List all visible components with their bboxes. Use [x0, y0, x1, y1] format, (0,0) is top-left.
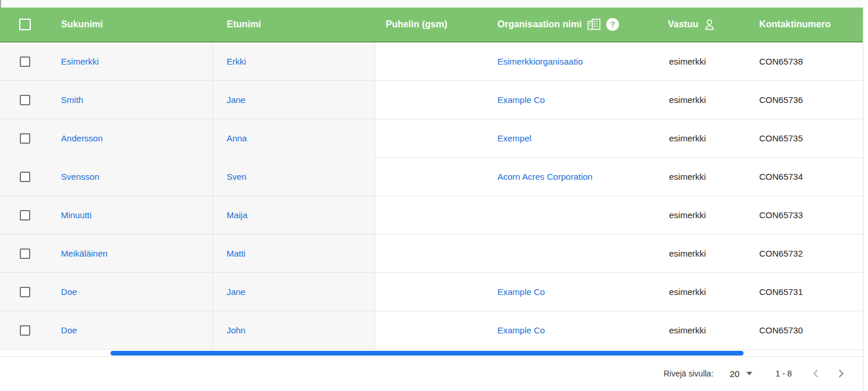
column-label: Vastuu — [668, 19, 698, 30]
cell-vastuu: esimerkki — [663, 273, 745, 311]
cell-sukunimi: Andersson — [52, 119, 214, 157]
row-checkbox-cell — [0, 119, 52, 157]
rows-per-page-select[interactable]: 20 — [730, 369, 752, 379]
row-pinned-section: Doe Jane — [0, 273, 375, 311]
organization-link[interactable]: Exempel — [497, 133, 531, 143]
column-header-kontaktinumero[interactable]: Kontaktinumero — [745, 8, 863, 41]
row-checkbox[interactable] — [20, 287, 30, 297]
organization-link[interactable]: Acorn Acres Corporation — [497, 172, 592, 182]
firstname-link[interactable]: John — [226, 325, 246, 335]
firstname-link[interactable]: Anna — [226, 133, 247, 143]
next-page-button[interactable] — [834, 367, 848, 381]
cell-kontaktinumero: CON65738 — [745, 42, 863, 80]
row-checkbox-cell — [0, 42, 52, 80]
cell-kontaktinumero: CON65735 — [745, 119, 863, 157]
lastname-link[interactable]: Svensson — [61, 172, 99, 182]
firstname-link[interactable]: Erkki — [226, 56, 246, 66]
organization-icon — [587, 19, 601, 30]
owner-value: esimerkki — [669, 325, 706, 335]
select-all-checkbox[interactable] — [19, 19, 31, 30]
row-checkbox[interactable] — [20, 248, 30, 259]
table: Sukunimi Etunimi Puhelin (gsm) Organisaa… — [0, 8, 863, 390]
owner-value: esimerkki — [669, 248, 706, 258]
row-pinned-section: Meikäläinen Matti — [0, 234, 375, 273]
organization-link[interactable]: Example Co — [497, 287, 545, 297]
organization-link[interactable]: Esimerkkiorganisaatio — [497, 56, 583, 66]
cell-kontaktinumero: CON65733 — [745, 196, 863, 234]
firstname-link[interactable]: Maija — [226, 210, 247, 220]
row-pinned-section: Esimerkki Erkki — [0, 42, 375, 81]
cell-kontaktinumero: CON65734 — [745, 158, 863, 196]
page-range: 1 - 8 — [775, 369, 792, 378]
lastname-link[interactable]: Meikäläinen — [61, 248, 108, 258]
row-checkbox[interactable] — [20, 95, 30, 105]
row-checkbox[interactable] — [20, 325, 30, 336]
cell-puhelin — [375, 234, 489, 272]
column-header-puhelin[interactable]: Puhelin (gsm) — [375, 8, 489, 41]
row-checkbox-cell — [0, 81, 52, 119]
column-header-organisaatio[interactable]: Organisaation nimi ? — [489, 8, 663, 41]
rows-per-page-value: 20 — [730, 369, 739, 379]
column-header-etunimi[interactable]: Etunimi — [214, 8, 375, 41]
cell-sukunimi: Svensson — [52, 158, 214, 196]
cell-organisaatio: Example Co — [489, 273, 663, 311]
row-checkbox[interactable] — [20, 56, 30, 67]
cell-kontaktinumero: CON65731 — [745, 273, 863, 311]
firstname-link[interactable]: Jane — [226, 287, 246, 297]
lastname-link[interactable]: Esimerkki — [61, 56, 99, 66]
table-header-row: Sukunimi Etunimi Puhelin (gsm) Organisaa… — [0, 8, 863, 42]
row-scroll-section: Example Co esimerkki CON65731 — [375, 273, 863, 311]
cell-sukunimi: Esimerkki — [52, 42, 214, 80]
cell-vastuu: esimerkki — [663, 119, 745, 157]
row-checkbox[interactable] — [20, 133, 30, 144]
organization-link[interactable]: Example Co — [497, 325, 545, 335]
column-header-sukunimi[interactable]: Sukunimi — [52, 8, 214, 41]
column-label: Puhelin (gsm) — [386, 19, 447, 30]
row-checkbox-cell — [0, 234, 52, 272]
lastname-link[interactable]: Minuutti — [61, 210, 92, 220]
row-scroll-section: Exempel esimerkki CON65735 — [375, 119, 863, 158]
previous-page-button[interactable] — [809, 367, 823, 381]
help-icon[interactable]: ? — [606, 18, 619, 31]
lastname-link[interactable]: Doe — [61, 325, 77, 335]
cell-etunimi: Matti — [213, 234, 375, 272]
table-body: Esimerkki Erkki Esimerkkiorganisaatio es… — [0, 42, 863, 350]
cell-kontaktinumero: CON65736 — [745, 81, 863, 119]
owner-value: esimerkki — [669, 56, 706, 66]
column-label: Sukunimi — [61, 19, 103, 30]
lastname-link[interactable]: Smith — [61, 95, 83, 105]
table-row: Meikäläinen Matti esimerkki — [0, 234, 863, 273]
row-scroll-section: Example Co esimerkki CON65730 — [375, 311, 863, 350]
top-strip — [0, 0, 868, 8]
owner-value: esimerkki — [669, 287, 706, 297]
contact-number-value: CON65730 — [759, 325, 803, 335]
cell-organisaatio: Example Co — [489, 311, 663, 349]
row-checkbox-cell — [0, 196, 52, 234]
owner-value: esimerkki — [669, 95, 706, 105]
cell-organisaatio: Acorn Acres Corporation — [489, 158, 663, 196]
lastname-link[interactable]: Andersson — [61, 133, 103, 143]
row-checkbox[interactable] — [20, 210, 30, 221]
vertical-scrollbar-gutter[interactable] — [863, 8, 868, 391]
contact-number-value: CON65738 — [759, 56, 803, 66]
horizontal-scrollbar-track — [0, 350, 863, 357]
table-row: Minuutti Maija esimerkki — [0, 196, 863, 234]
cell-sukunimi: Smith — [52, 81, 214, 119]
horizontal-scrollbar-thumb[interactable] — [111, 351, 744, 356]
firstname-link[interactable]: Sven — [226, 172, 246, 182]
lastname-link[interactable]: Doe — [61, 287, 77, 297]
owner-value: esimerkki — [669, 133, 706, 143]
organization-link[interactable]: Example Co — [497, 95, 545, 105]
top-edge-artifact — [0, 0, 1, 8]
cell-etunimi: John — [213, 311, 375, 349]
cell-organisaatio: Exempel — [489, 119, 663, 157]
contacts-table-page: Sukunimi Etunimi Puhelin (gsm) Organisaa… — [0, 0, 868, 391]
cell-puhelin — [375, 119, 489, 157]
cell-puhelin — [375, 196, 489, 234]
column-header-vastuu[interactable]: Vastuu — [663, 8, 745, 41]
chevron-left-icon — [810, 367, 823, 380]
firstname-link[interactable]: Jane — [226, 95, 246, 105]
row-checkbox[interactable] — [20, 172, 30, 182]
person-icon — [703, 18, 716, 31]
firstname-link[interactable]: Matti — [226, 248, 246, 258]
